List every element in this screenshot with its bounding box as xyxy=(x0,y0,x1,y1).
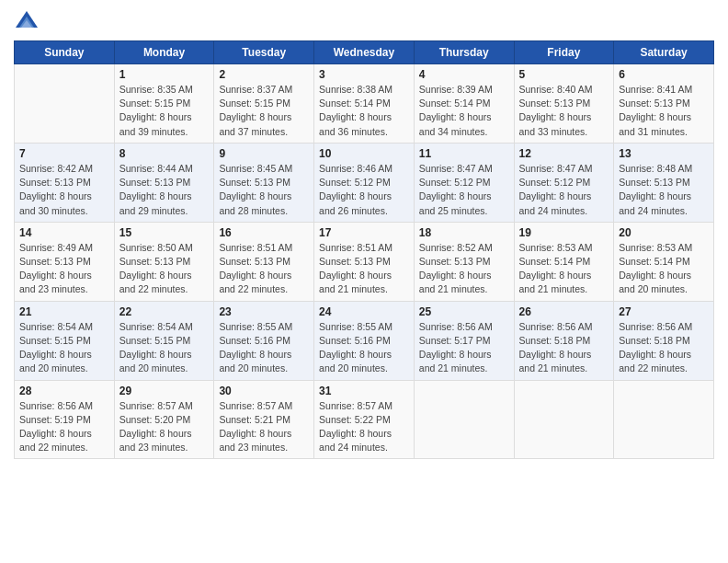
calendar-cell: 18Sunrise: 8:52 AM Sunset: 5:13 PM Dayli… xyxy=(414,222,514,301)
calendar-cell: 11Sunrise: 8:47 AM Sunset: 5:12 PM Dayli… xyxy=(414,143,514,222)
day-number: 19 xyxy=(519,226,609,239)
cell-content: Sunrise: 8:41 AM Sunset: 5:13 PM Dayligh… xyxy=(619,83,709,139)
cell-content: Sunrise: 8:50 AM Sunset: 5:13 PM Dayligh… xyxy=(119,241,210,297)
cell-content: Sunrise: 8:47 AM Sunset: 5:12 PM Dayligh… xyxy=(419,162,509,218)
cell-content: Sunrise: 8:46 AM Sunset: 5:12 PM Dayligh… xyxy=(319,162,409,218)
cell-content: Sunrise: 8:51 AM Sunset: 5:13 PM Dayligh… xyxy=(319,241,409,297)
calendar-cell: 23Sunrise: 8:55 AM Sunset: 5:16 PM Dayli… xyxy=(214,301,314,380)
cell-content: Sunrise: 8:55 AM Sunset: 5:16 PM Dayligh… xyxy=(219,320,309,376)
day-number: 5 xyxy=(519,68,609,81)
calendar-cell: 27Sunrise: 8:56 AM Sunset: 5:18 PM Dayli… xyxy=(614,301,714,380)
calendar-cell: 14Sunrise: 8:49 AM Sunset: 5:13 PM Dayli… xyxy=(15,222,115,301)
calendar-cell xyxy=(614,380,714,459)
calendar-week-row: 1Sunrise: 8:35 AM Sunset: 5:15 PM Daylig… xyxy=(15,64,714,144)
day-number: 23 xyxy=(219,305,309,318)
cell-content: Sunrise: 8:51 AM Sunset: 5:13 PM Dayligh… xyxy=(219,241,309,297)
calendar-header: SundayMondayTuesdayWednesdayThursdayFrid… xyxy=(15,41,714,64)
cell-content: Sunrise: 8:44 AM Sunset: 5:13 PM Dayligh… xyxy=(119,162,210,218)
calendar-cell: 20Sunrise: 8:53 AM Sunset: 5:14 PM Dayli… xyxy=(614,222,714,301)
calendar-cell: 9Sunrise: 8:45 AM Sunset: 5:13 PM Daylig… xyxy=(214,143,314,222)
cell-content: Sunrise: 8:56 AM Sunset: 5:18 PM Dayligh… xyxy=(619,320,709,376)
calendar-cell: 22Sunrise: 8:54 AM Sunset: 5:15 PM Dayli… xyxy=(114,301,214,380)
weekday-header: Saturday xyxy=(614,41,714,64)
weekday-header: Tuesday xyxy=(214,41,314,64)
day-number: 25 xyxy=(419,305,509,318)
day-number: 1 xyxy=(119,68,210,81)
cell-content: Sunrise: 8:49 AM Sunset: 5:13 PM Dayligh… xyxy=(19,241,109,297)
day-number: 4 xyxy=(419,68,509,81)
calendar-cell: 10Sunrise: 8:46 AM Sunset: 5:12 PM Dayli… xyxy=(314,143,415,222)
day-number: 10 xyxy=(319,147,409,160)
logo xyxy=(14,9,43,35)
weekday-header-row: SundayMondayTuesdayWednesdayThursdayFrid… xyxy=(15,41,714,64)
logo-icon xyxy=(14,9,40,35)
calendar-cell: 4Sunrise: 8:39 AM Sunset: 5:14 PM Daylig… xyxy=(414,64,514,144)
cell-content: Sunrise: 8:39 AM Sunset: 5:14 PM Dayligh… xyxy=(419,83,509,139)
calendar-cell: 13Sunrise: 8:48 AM Sunset: 5:13 PM Dayli… xyxy=(614,143,714,222)
cell-content: Sunrise: 8:57 AM Sunset: 5:20 PM Dayligh… xyxy=(119,399,210,455)
calendar-week-row: 7Sunrise: 8:42 AM Sunset: 5:13 PM Daylig… xyxy=(15,143,714,222)
day-number: 28 xyxy=(19,385,109,397)
day-number: 14 xyxy=(19,226,109,239)
day-number: 12 xyxy=(519,147,609,160)
calendar-container: SundayMondayTuesdayWednesdayThursdayFrid… xyxy=(0,0,728,468)
cell-content: Sunrise: 8:53 AM Sunset: 5:14 PM Dayligh… xyxy=(519,241,609,297)
calendar-cell: 26Sunrise: 8:56 AM Sunset: 5:18 PM Dayli… xyxy=(514,301,614,380)
day-number: 13 xyxy=(619,147,709,160)
day-number: 8 xyxy=(119,147,210,160)
calendar-cell xyxy=(414,380,514,459)
day-number: 15 xyxy=(119,226,210,239)
calendar-cell: 7Sunrise: 8:42 AM Sunset: 5:13 PM Daylig… xyxy=(15,143,115,222)
calendar-cell xyxy=(15,64,115,144)
calendar-cell: 15Sunrise: 8:50 AM Sunset: 5:13 PM Dayli… xyxy=(114,222,214,301)
weekday-header: Friday xyxy=(514,41,614,64)
calendar-cell: 2Sunrise: 8:37 AM Sunset: 5:15 PM Daylig… xyxy=(214,64,314,144)
day-number: 21 xyxy=(19,305,109,318)
day-number: 29 xyxy=(119,385,210,397)
cell-content: Sunrise: 8:42 AM Sunset: 5:13 PM Dayligh… xyxy=(19,162,109,218)
day-number: 16 xyxy=(219,226,309,239)
calendar-cell: 25Sunrise: 8:56 AM Sunset: 5:17 PM Dayli… xyxy=(414,301,514,380)
cell-content: Sunrise: 8:54 AM Sunset: 5:15 PM Dayligh… xyxy=(119,320,210,376)
calendar-cell: 30Sunrise: 8:57 AM Sunset: 5:21 PM Dayli… xyxy=(214,380,314,459)
weekday-header: Monday xyxy=(114,41,214,64)
calendar-cell: 16Sunrise: 8:51 AM Sunset: 5:13 PM Dayli… xyxy=(214,222,314,301)
calendar-cell: 31Sunrise: 8:57 AM Sunset: 5:22 PM Dayli… xyxy=(314,380,415,459)
calendar-cell: 12Sunrise: 8:47 AM Sunset: 5:12 PM Dayli… xyxy=(514,143,614,222)
day-number: 24 xyxy=(319,305,409,318)
day-number: 3 xyxy=(319,68,409,81)
calendar-week-row: 28Sunrise: 8:56 AM Sunset: 5:19 PM Dayli… xyxy=(15,380,714,459)
calendar-cell: 5Sunrise: 8:40 AM Sunset: 5:13 PM Daylig… xyxy=(514,64,614,144)
calendar-week-row: 21Sunrise: 8:54 AM Sunset: 5:15 PM Dayli… xyxy=(15,301,714,380)
cell-content: Sunrise: 8:37 AM Sunset: 5:15 PM Dayligh… xyxy=(219,83,309,139)
day-number: 6 xyxy=(619,68,709,81)
day-number: 20 xyxy=(619,226,709,239)
cell-content: Sunrise: 8:54 AM Sunset: 5:15 PM Dayligh… xyxy=(19,320,109,376)
day-number: 11 xyxy=(419,147,509,160)
calendar-cell: 19Sunrise: 8:53 AM Sunset: 5:14 PM Dayli… xyxy=(514,222,614,301)
weekday-header: Sunday xyxy=(15,41,115,64)
cell-content: Sunrise: 8:35 AM Sunset: 5:15 PM Dayligh… xyxy=(119,83,210,139)
day-number: 9 xyxy=(219,147,309,160)
cell-content: Sunrise: 8:40 AM Sunset: 5:13 PM Dayligh… xyxy=(519,83,609,139)
cell-content: Sunrise: 8:38 AM Sunset: 5:14 PM Dayligh… xyxy=(319,83,409,139)
day-number: 31 xyxy=(319,385,409,397)
calendar-week-row: 14Sunrise: 8:49 AM Sunset: 5:13 PM Dayli… xyxy=(15,222,714,301)
cell-content: Sunrise: 8:56 AM Sunset: 5:19 PM Dayligh… xyxy=(19,399,109,455)
cell-content: Sunrise: 8:57 AM Sunset: 5:21 PM Dayligh… xyxy=(219,399,309,455)
calendar-cell: 17Sunrise: 8:51 AM Sunset: 5:13 PM Dayli… xyxy=(314,222,415,301)
weekday-header: Wednesday xyxy=(314,41,415,64)
calendar-cell: 21Sunrise: 8:54 AM Sunset: 5:15 PM Dayli… xyxy=(15,301,115,380)
day-number: 18 xyxy=(419,226,509,239)
calendar-cell: 1Sunrise: 8:35 AM Sunset: 5:15 PM Daylig… xyxy=(114,64,214,144)
calendar-cell xyxy=(514,380,614,459)
cell-content: Sunrise: 8:56 AM Sunset: 5:17 PM Dayligh… xyxy=(419,320,509,376)
day-number: 26 xyxy=(519,305,609,318)
cell-content: Sunrise: 8:53 AM Sunset: 5:14 PM Dayligh… xyxy=(619,241,709,297)
day-number: 27 xyxy=(619,305,709,318)
day-number: 2 xyxy=(219,68,309,81)
weekday-header: Thursday xyxy=(414,41,514,64)
day-number: 7 xyxy=(19,147,109,160)
cell-content: Sunrise: 8:52 AM Sunset: 5:13 PM Dayligh… xyxy=(419,241,509,297)
day-number: 17 xyxy=(319,226,409,239)
